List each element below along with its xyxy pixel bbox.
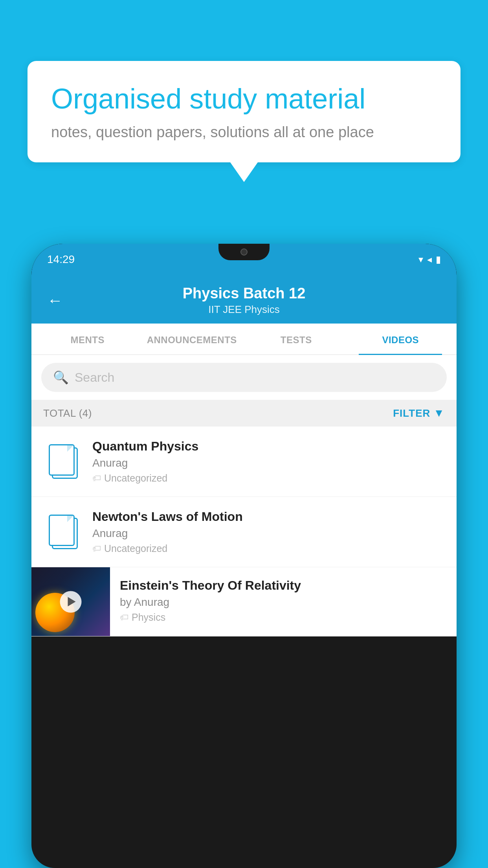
tab-ments[interactable]: MENTS [35, 324, 140, 354]
status-time: 14:29 [47, 253, 75, 266]
list-item[interactable]: Einstein's Theory Of Relativity by Anura… [31, 567, 457, 636]
video-thumbnail [31, 567, 110, 636]
tab-bar: MENTS ANNOUNCEMENTS TESTS VIDEOS [31, 324, 457, 355]
speech-bubble-card: Organised study material notes, question… [28, 61, 460, 162]
tag-icon: 🏷 [120, 612, 128, 623]
phone-screen: 14:29 ▾ ◂ ▮ ← Physics Batch 12 IIT JEE P… [31, 244, 457, 868]
back-button[interactable]: ← [47, 292, 63, 309]
batch-title: Physics Batch 12 [73, 285, 415, 302]
phone-frame: 14:29 ▾ ◂ ▮ ← Physics Batch 12 IIT JEE P… [31, 244, 457, 868]
tab-announcements[interactable]: ANNOUNCEMENTS [140, 324, 244, 354]
tag-text: Uncategorized [104, 543, 167, 554]
video-author: Anurag [92, 527, 445, 540]
video-list: Quantum Physics Anurag 🏷 Uncategorized [31, 427, 457, 636]
search-bar-wrapper: 🔍 Search [31, 355, 457, 400]
search-icon: 🔍 [53, 370, 69, 385]
signal-icon: ◂ [427, 254, 432, 265]
status-bar: 14:29 ▾ ◂ ▮ [31, 244, 457, 275]
play-icon [68, 597, 75, 607]
header-title-block: Physics Batch 12 IIT JEE Physics [73, 285, 415, 316]
speech-bubble-arrow [230, 162, 258, 182]
video-author: by Anurag [120, 596, 447, 609]
battery-icon: ▮ [436, 254, 441, 265]
video-info: Einstein's Theory Of Relativity by Anura… [110, 567, 457, 634]
tag-text: Uncategorized [104, 473, 167, 484]
document-icon [49, 444, 77, 479]
filter-button[interactable]: FILTER ▼ [393, 407, 445, 419]
doc-front [49, 444, 75, 476]
filter-label: FILTER [393, 407, 430, 419]
tab-tests[interactable]: TESTS [244, 324, 349, 354]
list-item[interactable]: Newton's Laws of Motion Anurag 🏷 Uncateg… [31, 497, 457, 567]
video-info: Newton's Laws of Motion Anurag 🏷 Uncateg… [92, 509, 445, 554]
speech-bubble-section: Organised study material notes, question… [28, 61, 460, 182]
document-icon [49, 515, 77, 549]
batch-subtitle: IIT JEE Physics [73, 303, 415, 316]
video-tag: 🏷 Physics [120, 612, 447, 623]
tag-icon: 🏷 [92, 544, 101, 554]
wifi-icon: ▾ [418, 254, 423, 265]
tag-icon: 🏷 [92, 473, 101, 484]
doc-fold [67, 445, 73, 452]
camera [240, 248, 248, 256]
tab-videos[interactable]: VIDEOS [349, 324, 453, 354]
search-bar[interactable]: 🔍 Search [41, 363, 447, 392]
total-count: TOTAL (4) [43, 407, 92, 419]
list-item[interactable]: Quantum Physics Anurag 🏷 Uncategorized [31, 427, 457, 497]
tag-text: Physics [132, 612, 165, 623]
doc-fold [67, 516, 73, 522]
speech-bubble-title: Organised study material [51, 83, 437, 115]
video-author: Anurag [92, 457, 445, 469]
play-button[interactable] [60, 591, 82, 612]
status-icons: ▾ ◂ ▮ [418, 254, 441, 265]
filter-icon: ▼ [433, 407, 445, 419]
doc-icon-wrapper [43, 510, 83, 554]
video-info: Quantum Physics Anurag 🏷 Uncategorized [92, 439, 445, 484]
video-tag: 🏷 Uncategorized [92, 473, 445, 484]
search-input[interactable]: Search [75, 370, 114, 385]
video-title: Einstein's Theory Of Relativity [120, 578, 447, 593]
app-header: ← Physics Batch 12 IIT JEE Physics [31, 275, 457, 324]
doc-front [49, 515, 75, 546]
video-title: Quantum Physics [92, 439, 445, 454]
filter-bar: TOTAL (4) FILTER ▼ [31, 400, 457, 427]
phone-notch [218, 244, 270, 260]
doc-icon-wrapper [43, 440, 83, 483]
speech-bubble-subtitle: notes, question papers, solutions all at… [51, 124, 437, 141]
video-title: Newton's Laws of Motion [92, 509, 445, 524]
video-tag: 🏷 Uncategorized [92, 543, 445, 554]
